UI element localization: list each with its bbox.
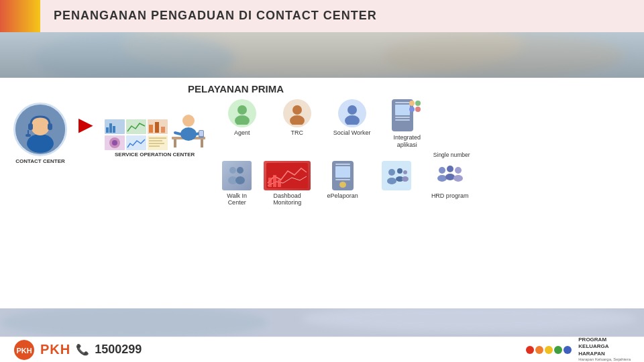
page-title: PENANGANAN PENGADUAN DI CONTACT CENTER [54,9,377,23]
svg-point-44 [387,178,396,184]
svg-rect-10 [25,134,31,137]
svg-rect-22 [201,139,203,147]
pkh-logo: PKH PKH 📞 1500299 [13,339,142,361]
agent-icon-item: Agent [219,99,266,137]
svg-rect-21 [174,139,176,147]
svg-point-53 [455,167,462,174]
social-worker-icon-item: Social Worker [329,99,376,137]
svg-rect-40 [268,178,272,187]
svg-point-34 [345,115,360,125]
social-worker-label: Social Worker [333,129,371,137]
arrow-right-icon: ► [74,113,98,137]
svg-point-56 [0,308,268,337]
epelaporan-icon [332,161,354,190]
walk-in-icon [222,161,252,190]
svg-point-15 [112,140,117,145]
agent-label: Agent [234,129,250,137]
svg-rect-12 [155,122,159,133]
svg-point-48 [402,176,409,182]
svg-point-45 [397,168,402,174]
svg-point-31 [292,105,302,115]
pelayanan-title: PELAYANAN PRIMA [188,83,284,95]
header-title-bar: PENANGANAN PENGADUAN DI CONTACT CENTER [40,0,644,32]
svg-point-47 [403,170,407,174]
walk-in-icon-item: Walk In Center [219,161,256,207]
svg-point-2 [34,32,235,78]
pkh-label: PKH [40,342,70,357]
dashboard-label: Dashboad Monitoring [262,192,313,207]
svg-point-32 [290,115,305,125]
person-desk-illustration [172,101,205,150]
epelaporan-label: ePelaporan [327,192,358,200]
svg-point-3 [382,32,624,78]
hrd-label: HRD program [431,192,469,200]
epelaporan-icon-item: ePelaporan [319,161,366,200]
svg-point-52 [445,174,455,180]
trc-label: TRC [290,129,303,137]
svg-rect-8 [48,123,52,130]
top-banner-image [0,32,644,78]
soc-label: SERVICE OPERATION CENTER [115,152,195,158]
svg-point-29 [237,105,247,115]
svg-point-49 [439,167,445,174]
program-line3: HARAPAN [578,351,631,357]
hrd-icon [435,161,465,190]
program-line2: KELUARGA [578,343,631,350]
phone-number: 1500299 [95,343,142,357]
svg-point-38 [235,176,245,184]
svg-point-30 [235,115,250,125]
svg-rect-39 [266,163,308,188]
pkh-icon: PKH [13,339,35,361]
integrated-app-icon-item: Integrated aplikasi [384,99,431,149]
trc-icon-item: TRC [274,99,321,137]
svg-point-50 [437,175,447,182]
contact-center-label: CONTACT CENTER [15,158,65,164]
svg-line-25 [175,133,180,134]
dashboard-icon-item: Dashboad Monitoring [262,161,313,207]
content-row: CONTACT CENTER ► [13,99,631,206]
social-worker-icon [338,99,366,127]
svg-rect-11 [149,125,153,133]
all-icons-area: Agent TRC [219,99,474,206]
program-line1: PROGRAM [578,337,631,343]
trc-icon [283,99,311,127]
svg-rect-41 [273,175,276,187]
svg-rect-42 [278,180,281,187]
svg-point-24 [182,115,195,127]
svg-point-35 [229,167,236,174]
program-text-block: PROGRAM KELUARGA HARAPAN Harapan Keluarg… [578,337,631,362]
svg-point-1 [121,32,523,78]
footer: PKH PKH 📞 1500299 PROGRAM KELUARGA HARAP… [0,337,644,362]
svg-rect-0 [0,32,644,78]
svg-rect-28 [199,131,203,136]
hrd-icon-item: HRD program [427,161,474,200]
svg-rect-7 [28,123,33,130]
single-number-icon-item [373,161,420,192]
walk-in-label: Walk In Center [219,192,256,207]
dashboard-icon [264,161,311,190]
main-body: PELAYANAN PRIMA [0,78,644,362]
svg-text:PKH: PKH [16,346,32,354]
page-layout: PENANGANAN PENGADUAN DI CONTACT CENTER P… [0,0,644,362]
svg-point-54 [453,175,463,182]
program-sub: Harapan Keluarga, Sejahtera [578,357,631,362]
program-circles [526,346,572,354]
svg-point-37 [237,167,244,174]
phone-icon: 📞 [76,343,89,356]
single-number-label: Single number [433,152,470,158]
svg-point-5 [27,134,54,153]
svg-point-23 [180,127,197,141]
svg-point-33 [347,105,357,115]
single-number-icon [382,161,411,190]
integrated-app-label: Integrated aplikasi [384,134,431,149]
agent-icon [228,99,256,127]
svg-rect-13 [161,127,165,133]
program-logo: PROGRAM KELUARGA HARAPAN Harapan Keluarg… [526,337,631,362]
svg-point-43 [388,169,395,176]
header-accent [0,0,40,32]
header: PENANGANAN PENGADUAN DI CONTACT CENTER [0,0,644,32]
monitor-grid [105,119,168,150]
content-wrapper: PELAYANAN PRIMA [0,78,644,206]
svg-point-51 [447,166,453,172]
agent-circle-image [13,103,67,156]
